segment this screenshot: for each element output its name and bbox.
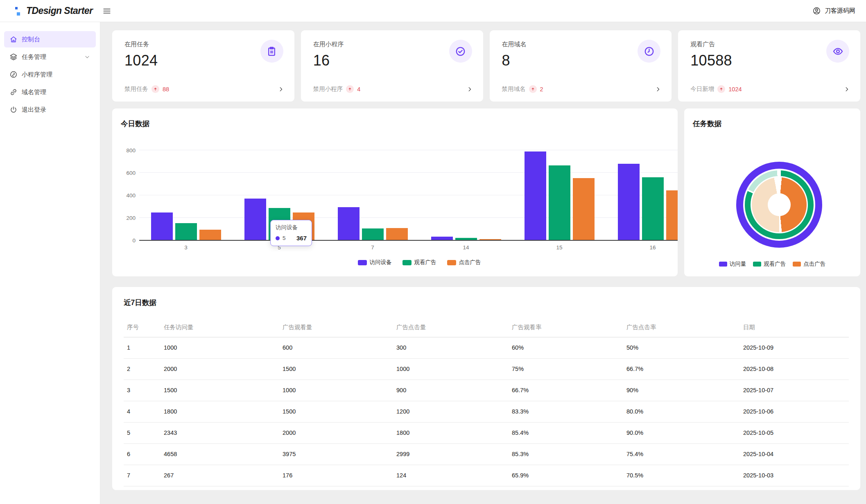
legend-item-访问设备[interactable]: 访问设备 bbox=[358, 259, 392, 266]
sidebar-item-domain[interactable]: 域名管理 bbox=[4, 84, 96, 100]
bar-group-14 bbox=[419, 237, 513, 240]
legend-item-观看广告[interactable]: 观看广告 bbox=[753, 260, 786, 268]
bar-观看广告[interactable] bbox=[549, 165, 570, 240]
table-cell: 66.7% bbox=[509, 380, 623, 401]
table-cell: 65.9% bbox=[509, 465, 623, 486]
bar-点击广告[interactable] bbox=[386, 228, 408, 240]
user-avatar-icon[interactable] bbox=[812, 7, 821, 15]
bar-点击广告[interactable] bbox=[199, 230, 221, 240]
bar-访问设备[interactable] bbox=[618, 164, 640, 240]
bar-点击广告[interactable] bbox=[573, 178, 595, 240]
bar-观看广告[interactable] bbox=[642, 177, 664, 240]
sidebar-item-miniapp[interactable]: 小程序管理 bbox=[4, 66, 96, 83]
legend-item-点击广告[interactable]: 点击广告 bbox=[447, 259, 481, 266]
table-cell: 80.0% bbox=[623, 401, 740, 422]
app-logo[interactable]: TDesign Starter bbox=[15, 5, 93, 16]
chevron-right-icon[interactable] bbox=[466, 86, 473, 93]
table-column-header: 广告点击量 bbox=[393, 318, 509, 337]
table-cell: 2000 bbox=[161, 358, 279, 380]
table-row: 726717612465.9%70.5%2025-10-03 bbox=[124, 465, 849, 486]
bar-观看广告[interactable] bbox=[362, 228, 384, 240]
bar-观看广告[interactable] bbox=[455, 238, 477, 240]
table-column-header: 广告点击率 bbox=[623, 318, 740, 337]
legend-label: 观看广告 bbox=[764, 260, 786, 268]
link-icon bbox=[9, 88, 18, 96]
stat-card-domains-active: 在用域名8禁用域名2 bbox=[490, 30, 672, 102]
bar-访问设备[interactable] bbox=[151, 212, 173, 240]
bar-点击广告[interactable] bbox=[666, 190, 678, 240]
top-header: TDesign Starter 刀客源码网 bbox=[0, 0, 866, 22]
legend-swatch-icon bbox=[358, 260, 367, 265]
menu-toggle-icon[interactable] bbox=[102, 7, 111, 16]
stat-card-footer-label: 今日新增 bbox=[690, 85, 714, 93]
task-data-chart-card: 任务数据 访问量观看广告点击广告 bbox=[684, 108, 860, 276]
logo-text: TDesign Starter bbox=[26, 5, 93, 16]
table-cell: 2025-10-03 bbox=[740, 465, 849, 486]
chevron-right-icon[interactable] bbox=[278, 86, 284, 93]
table-cell: 1500 bbox=[279, 401, 393, 422]
table-cell: 1000 bbox=[393, 358, 509, 380]
stat-card-footer-label: 禁用任务 bbox=[124, 85, 148, 93]
bar-group-3 bbox=[139, 212, 233, 240]
table-row: 418001500120083.3%80.0%2025-10-06 bbox=[124, 401, 849, 422]
sidebar-item-console[interactable]: 控制台 bbox=[4, 31, 96, 47]
y-tick-label: 400 bbox=[126, 192, 136, 199]
legend-item-观看广告[interactable]: 观看广告 bbox=[402, 259, 436, 266]
legend-item-访问量[interactable]: 访问量 bbox=[719, 260, 746, 268]
sidebar-item-label: 控制台 bbox=[22, 36, 40, 43]
table-cell: 2025-10-07 bbox=[740, 380, 849, 401]
table-cell: 60% bbox=[509, 337, 623, 358]
sidebar-item-label: 域名管理 bbox=[22, 88, 46, 96]
table-cell: 2025-10-09 bbox=[740, 337, 849, 358]
stat-card-value: 10588 bbox=[690, 52, 848, 69]
legend-swatch-icon bbox=[402, 260, 412, 265]
bar-访问设备[interactable] bbox=[525, 151, 546, 240]
x-tick-label: 15 bbox=[513, 244, 606, 251]
table-row: 523432000180085.4%90.0%2025-10-05 bbox=[124, 422, 849, 443]
x-tick-label: 3 bbox=[139, 244, 233, 251]
eye-icon bbox=[826, 40, 849, 63]
chevron-right-icon[interactable] bbox=[655, 86, 661, 93]
last7days-table-card: 近7日数据 序号任务访问量广告观看量广告点击量广告观看率广告点击率日期 1100… bbox=[112, 287, 860, 490]
table-cell: 2025-10-08 bbox=[740, 358, 849, 380]
bar-观看广告[interactable] bbox=[175, 223, 197, 240]
table-row: 31500100090066.7%90%2025-10-07 bbox=[124, 380, 849, 401]
table-header-row: 序号任务访问量广告观看量广告点击量广告观看率广告点击率日期 bbox=[124, 318, 849, 337]
bar-访问设备[interactable] bbox=[338, 207, 360, 240]
legend-label: 观看广告 bbox=[414, 259, 436, 266]
table-column-header: 广告观看率 bbox=[509, 318, 623, 337]
table-cell: 1000 bbox=[161, 337, 279, 358]
legend-label: 访问设备 bbox=[370, 259, 392, 266]
legend-swatch-icon bbox=[793, 262, 801, 267]
table-cell: 3 bbox=[124, 380, 161, 401]
table-cell: 75% bbox=[509, 358, 623, 380]
x-tick-label: 14 bbox=[419, 244, 513, 251]
bar-访问设备[interactable] bbox=[431, 237, 453, 240]
x-tick-label: 7 bbox=[326, 244, 419, 251]
table-cell: 85.4% bbox=[509, 422, 623, 443]
table-cell: 7 bbox=[124, 465, 161, 486]
donut-chart-title: 任务数据 bbox=[693, 119, 860, 129]
bar-chart-y-axis: 0200400600800 bbox=[112, 151, 136, 241]
sidebar-item-tasks[interactable]: 任务管理 bbox=[4, 49, 96, 65]
sidebar-menu: 控制台任务管理小程序管理域名管理退出登录 bbox=[0, 22, 100, 504]
stat-card-footer-value: 2 bbox=[540, 86, 543, 93]
table-cell: 1500 bbox=[279, 358, 393, 380]
table-cell: 2999 bbox=[393, 443, 509, 465]
sidebar-item-logout[interactable]: 退出登录 bbox=[4, 102, 96, 118]
chevron-right-icon[interactable] bbox=[843, 86, 850, 93]
layers-icon bbox=[9, 53, 18, 61]
table-cell: 90% bbox=[623, 380, 740, 401]
table-cell: 176 bbox=[279, 465, 393, 486]
bar-访问设备[interactable] bbox=[244, 199, 266, 240]
clipboard-icon bbox=[260, 40, 283, 63]
bar-group-7 bbox=[326, 207, 419, 240]
legend-item-点击广告[interactable]: 点击广告 bbox=[793, 260, 825, 268]
bar-点击广告[interactable] bbox=[479, 239, 501, 240]
user-name[interactable]: 刀客源码网 bbox=[825, 7, 855, 15]
stat-card-footer-value: 88 bbox=[163, 86, 169, 93]
donut-hole bbox=[768, 193, 791, 216]
chevron-down-icon bbox=[84, 54, 90, 60]
table-cell: 2025-10-06 bbox=[740, 401, 849, 422]
bar-chart-x-axis: 357141516 bbox=[139, 244, 678, 253]
